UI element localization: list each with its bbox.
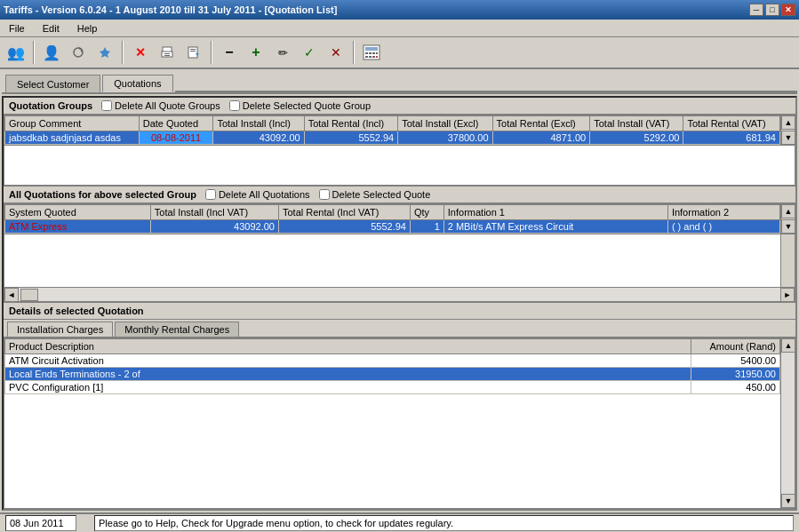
groups-scrollbar: ▲ ▼	[780, 115, 795, 145]
window-controls: ─ □ ✕	[749, 4, 795, 16]
delete-icon[interactable]: ✕	[128, 40, 153, 65]
details-section: Details of selected Quotation Installati…	[4, 302, 795, 509]
delete-selected-quote-label[interactable]: Delete Selected Quote	[319, 189, 431, 200]
cell-total-rental-incl-vat: 5552.94	[278, 220, 410, 234]
maximize-button[interactable]: □	[765, 4, 779, 16]
all-quotations-title: All Quotations for above selected Group	[9, 189, 196, 200]
cell-total-install-incl: 43092.00	[213, 131, 304, 145]
edit-icon[interactable]: ✏	[270, 40, 295, 65]
tab-installation-charges[interactable]: Installation Charges	[7, 322, 113, 337]
cell-amount-0: 5400.00	[691, 354, 780, 368]
quotation-groups-table-container: Group Comment Date Quoted Total Install …	[4, 115, 795, 146]
cell-total-install-vat: 5292.00	[590, 131, 683, 145]
cell-total-install-excl: 37800.00	[398, 131, 492, 145]
settings-icon[interactable]: 👤	[39, 40, 64, 65]
print-icon[interactable]	[155, 40, 180, 65]
status-message: Please go to Help, Check for Upgrade men…	[94, 515, 794, 531]
table-row[interactable]: ATM Express 43092.00 5552.94 1 2 MBit/s …	[5, 220, 780, 234]
scroll-up-btn[interactable]: ▲	[781, 115, 795, 130]
quotation-groups-table-scroll: Group Comment Date Quoted Total Install …	[4, 115, 780, 145]
quotation-groups-title: Quotation Groups	[9, 100, 92, 111]
col-system-quoted: System Quoted	[5, 205, 151, 220]
col-total-rental-excl: Total Rental (Excl)	[492, 116, 590, 131]
col-group-comment: Group Comment	[5, 116, 140, 131]
minimize-button[interactable]: ─	[749, 4, 763, 16]
status-date: 08 Jun 2011	[5, 515, 76, 531]
export-icon[interactable]	[181, 40, 206, 65]
all-quotations-section: All Quotations for above selected Group …	[4, 186, 795, 302]
cell-product-desc-0: ATM Circuit Activation	[5, 354, 691, 368]
details-scroll-down[interactable]: ▼	[781, 494, 795, 508]
svg-rect-9	[365, 47, 378, 51]
menu-bar: File Edit Help	[0, 20, 799, 37]
col-total-install-incl-vat: Total Install (Incl VAT)	[150, 205, 278, 220]
delete-selected-quote-checkbox[interactable]	[319, 189, 330, 200]
all-quotations-table-container: System Quoted Total Install (Incl VAT) T…	[4, 203, 795, 234]
menu-file[interactable]: File	[4, 22, 30, 35]
cancel-icon[interactable]: ✕	[324, 40, 348, 65]
col-total-rental-incl-vat: Total Rental (Incl VAT)	[278, 205, 410, 220]
quot-scroll-down[interactable]: ▼	[781, 219, 795, 234]
separator-4	[353, 41, 355, 64]
add-icon[interactable]: +	[244, 40, 268, 65]
table-row[interactable]: ATM Circuit Activation 5400.00	[5, 354, 780, 368]
quotations-scrollbar: ▲ ▼	[780, 204, 795, 234]
delete-selected-group-label[interactable]: Delete Selected Quote Group	[229, 100, 371, 111]
svg-rect-10	[365, 52, 368, 54]
table-row[interactable]: jabsdkab sadjnjasd asdas 08-08-2011 4309…	[5, 131, 780, 145]
details-scroll-up[interactable]: ▲	[781, 338, 795, 353]
menu-edit[interactable]: Edit	[37, 22, 65, 35]
quotations-empty-area	[4, 234, 795, 288]
cell-info1: 2 MBit/s ATM Express Circuit	[443, 220, 667, 234]
check-icon[interactable]: ✓	[297, 40, 322, 65]
separator-2	[122, 41, 124, 64]
refresh-icon[interactable]	[66, 40, 91, 65]
scroll-down-btn[interactable]: ▼	[781, 131, 795, 145]
col-total-install-vat: Total Install (VAT)	[590, 116, 683, 131]
cell-product-desc-1: Local Ends Terminations - 2 of	[5, 368, 691, 381]
clear-icon[interactable]	[92, 40, 117, 65]
svg-rect-12	[372, 52, 375, 54]
delete-all-groups-label[interactable]: Delete All Quote Groups	[101, 100, 220, 111]
tab-select-customer[interactable]: Select Customer	[5, 75, 100, 92]
svg-rect-13	[376, 52, 378, 54]
col-total-install-incl: Total Install (Incl)	[213, 116, 304, 131]
delete-all-groups-checkbox[interactable]	[101, 100, 112, 111]
h-scroll-right[interactable]: ►	[780, 288, 795, 302]
details-table-area: Product Description Amount (Rand) ATM Ci…	[4, 337, 795, 509]
details-scroll-track	[781, 353, 795, 494]
h-scroll-left[interactable]: ◄	[4, 288, 19, 302]
cell-info2: ( ) and ( )	[667, 220, 779, 234]
details-scrollbar: ▲ ▼	[780, 338, 795, 508]
menu-help[interactable]: Help	[72, 22, 103, 35]
col-total-install-excl: Total Install (Excl)	[398, 116, 492, 131]
col-date-quoted: Date Quoted	[139, 116, 213, 131]
cell-total-rental-excl: 4871.00	[492, 131, 590, 145]
calc-icon[interactable]	[359, 40, 384, 65]
minus-icon[interactable]: −	[217, 40, 242, 65]
svg-rect-5	[188, 47, 197, 58]
col-info1: Information 1	[443, 205, 667, 220]
cell-amount-1: 31950.00	[691, 368, 780, 381]
table-row[interactable]: Local Ends Terminations - 2 of 31950.00	[5, 368, 780, 381]
table-row[interactable]: PVC Configuration [1] 450.00	[5, 381, 780, 394]
details-title: Details of selected Quotation	[4, 302, 795, 320]
quotation-groups-section: Quotation Groups Delete All Quote Groups…	[4, 98, 795, 186]
delete-selected-group-checkbox[interactable]	[229, 100, 240, 111]
delete-all-quotations-checkbox[interactable]	[205, 189, 216, 200]
status-bar: 08 Jun 2011 Please go to Help, Check for…	[0, 512, 799, 532]
h-scroll-thumb[interactable]	[20, 289, 38, 301]
tab-quotations[interactable]: Quotations	[102, 75, 172, 92]
tab-monthly-rental[interactable]: Monthly Rental Charges	[115, 322, 239, 337]
quot-scroll-up[interactable]: ▲	[781, 204, 795, 218]
all-quotations-table: System Quoted Total Install (Incl VAT) T…	[4, 204, 780, 234]
quotation-groups-header: Quotation Groups Delete All Quote Groups…	[4, 98, 795, 115]
cell-group-comment: jabsdkab sadjnjasd asdas	[5, 131, 140, 145]
title-bar: Tariffs - Version 6.0.24 - 1 August 2010…	[0, 0, 799, 20]
window-title: Tariffs - Version 6.0.24 - 1 August 2010…	[4, 4, 337, 15]
cell-date-quoted: 08-08-2011	[139, 131, 213, 145]
col-amount: Amount (Rand)	[691, 339, 780, 354]
people-icon[interactable]: 👥	[4, 40, 28, 65]
delete-all-quotations-label[interactable]: Delete All Quotations	[205, 189, 310, 200]
close-button[interactable]: ✕	[781, 4, 795, 16]
